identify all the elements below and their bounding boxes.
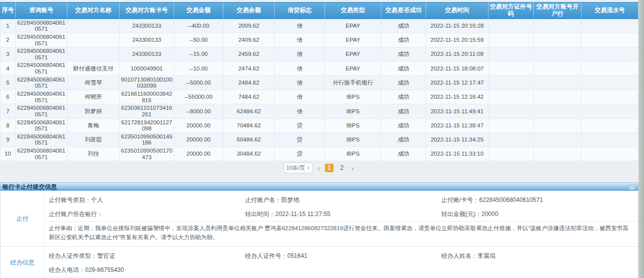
transaction-row-name: 刘佳 (67, 147, 120, 161)
transaction-row-flag: 贷 (275, 147, 325, 161)
transaction-table-body: 16228450068040610571243300133--400.00200… (1, 19, 638, 161)
transaction-row-cert (489, 76, 534, 90)
transaction-row-bank (534, 147, 582, 161)
prev-page-button[interactable]: ‹ (316, 164, 321, 172)
transaction-row-card: 6217281942001127098 (120, 118, 174, 132)
transaction-row-cert (489, 33, 534, 47)
field-operator-phone: 经办人电话：029-86755430 (49, 265, 245, 274)
transaction-row-flag: 借 (275, 61, 325, 76)
transaction-row-no: 8 (1, 118, 16, 132)
col-header-debit-credit-flag: 借贷标志 (275, 3, 325, 19)
transaction-row-serial (582, 76, 638, 90)
stop-payment-group: 止付 止付账号类别：个人 止付账户名：郭梦艳 止付账/卡号：6228450068… (1, 191, 638, 246)
transaction-row-cert (489, 104, 534, 118)
page-button-2[interactable]: 2 (338, 164, 346, 172)
page-size-select[interactable]: 10条/页 ∨ (284, 163, 312, 173)
transaction-row-time: 2022-11-15 18:08:07 (426, 61, 489, 76)
field-operator-cert-no: 经办人证件号：051641 (245, 251, 441, 260)
col-header-serial-no: 交易流水号 (582, 3, 638, 19)
transaction-row-card: 243300133 (120, 33, 174, 47)
transaction-row: 16228450068040610571243300133--400.00200… (1, 19, 638, 33)
transaction-row-no: 9 (1, 132, 16, 147)
transaction-row-card: 6235010990500170473 (120, 147, 174, 161)
page-button-1[interactable]: 1 (325, 164, 334, 172)
transaction-row-flag: 贷 (275, 118, 325, 132)
transaction-row-no: 2 (1, 33, 16, 47)
transaction-row-success: 成功 (381, 33, 426, 47)
transaction-row-balance: 62484.62 (223, 104, 275, 118)
transaction-row-success: 成功 (381, 47, 426, 61)
transaction-row-account: 6228450068040610571 (16, 19, 67, 33)
transaction-row-serial (582, 147, 638, 161)
transaction-row-cert (489, 19, 534, 33)
transaction-row-amount: --400.00 (174, 19, 223, 33)
transaction-row-time: 2022-11-15 11:49:41 (426, 104, 489, 118)
pagination-bar: 10条/页 ∨ ‹ 1 2 › (0, 161, 638, 174)
stop-payment-reason-text: 止付事由：近期，我单位在接报刘妮被骗警情中，发现涉案人员利用贵单位相关账户 曹鸿… (45, 221, 638, 244)
transaction-row-bank (534, 104, 582, 118)
transaction-row-serial (582, 33, 638, 47)
transaction-row-account: 6228450068040610571 (16, 147, 67, 161)
transaction-row-no: 3 (1, 47, 16, 61)
transaction-row-success: 成功 (381, 132, 426, 147)
transaction-row-time: 2022-11-15 20:16:28 (426, 19, 489, 33)
main-content: 序号 查询账号 交易对方名称 交易对方账卡号 交易金额 交易余额 借贷标志 交易… (0, 0, 638, 278)
transaction-row-amount: --15.00 (174, 47, 223, 61)
transaction-row-amount: --8000.00 (174, 104, 223, 118)
transaction-row-time: 2022-11-15 11:33:10 (426, 147, 489, 161)
transaction-row-name: 财付通微信支付 (67, 61, 120, 76)
transaction-row-cert (489, 147, 534, 161)
stop-payment-group-label: 止付 (1, 191, 45, 246)
transaction-row-flag: 借 (275, 90, 325, 104)
transaction-row-account: 6228450068040610571 (16, 33, 67, 47)
next-page-button[interactable]: › (350, 164, 355, 172)
transaction-row: 26228450068040610571243300133--50.002409… (1, 33, 638, 47)
transaction-row-bank (534, 61, 582, 76)
transaction-row-card: 6216611600003842816 (120, 90, 174, 104)
field-transfer-time: 转出时间：2022-11-15 11:27:55 (245, 210, 441, 219)
operator-info-group-label: 经办信息 (1, 247, 45, 278)
transaction-row-no: 7 (1, 104, 16, 118)
field-operator-cert-type: 经办人证件类型：警官证 (49, 251, 245, 260)
transaction-row-no: 5 (1, 76, 16, 90)
transaction-row-balance: 30484.62 (223, 147, 275, 161)
transaction-row-type: 分行版手机银行 (325, 76, 381, 90)
transaction-table-header: 序号 查询账号 交易对方名称 交易对方账卡号 交易金额 交易余额 借贷标志 交易… (1, 3, 638, 19)
transaction-row-amount: 20000.00 (174, 118, 223, 132)
transaction-row-type: EPAY (325, 33, 381, 47)
transaction-row-balance: 70484.62 (223, 118, 275, 132)
transaction-row-flag: 借 (275, 104, 325, 118)
transaction-row-no: 10 (1, 147, 16, 161)
transaction-row-account: 6228450068040610571 (16, 90, 67, 104)
right-scrollbar-track[interactable] (638, 0, 644, 278)
transaction-row-flag: 借 (275, 76, 325, 90)
transaction-row-success: 成功 (381, 90, 426, 104)
transaction-row: 66228450068040610571何晓芳62166116000038428… (1, 90, 638, 104)
transaction-row-time: 2022-11-15 12:17:47 (426, 76, 489, 90)
col-header-amount: 交易金额 (174, 3, 223, 19)
transaction-row-balance: 50484.62 (223, 132, 275, 147)
stop-payment-fields: 止付账号类别：个人 止付账户名：郭梦艳 止付账/卡号：6228450068040… (45, 191, 638, 246)
transaction-row-card: 6230361101073416261 (120, 104, 174, 118)
transaction-row: 86228450068040610571黄梅621728194200112709… (1, 118, 638, 132)
transaction-row-bank (534, 33, 582, 47)
transaction-row-account: 6228450068040610571 (16, 104, 67, 118)
col-header-cert-no: 交易对方证件号码 (489, 3, 534, 19)
transaction-row-serial (582, 104, 638, 118)
col-header-success: 交易是否成功 (381, 3, 426, 19)
transaction-row-account: 6228450068040610571 (16, 132, 67, 147)
transaction-row-account: 6228450068040610571 (16, 61, 67, 76)
transaction-row-time: 2022-11-15 20:11:08 (426, 47, 489, 61)
transaction-table: 序号 查询账号 交易对方名称 交易对方账卡号 交易金额 交易余额 借贷标志 交易… (0, 2, 638, 161)
transaction-row-amount: --10.00 (174, 61, 223, 76)
field-card-number: 止付账/卡号：6228450068040610571 (441, 195, 638, 204)
transaction-row-type: IBPS (325, 132, 381, 147)
transaction-row-balance: 2484.62 (223, 76, 275, 90)
transaction-row-amount: --50.00 (174, 33, 223, 47)
transaction-row-cert (489, 47, 534, 61)
transaction-row-account: 6228450068040610571 (16, 118, 67, 132)
transaction-row-card: 9010713080100100033099 (120, 76, 174, 90)
col-header-opening-bank: 交易对方账号开户行 (534, 3, 582, 19)
transaction-row-cert (489, 90, 534, 104)
transaction-row-account: 6228450068040610571 (16, 47, 67, 61)
